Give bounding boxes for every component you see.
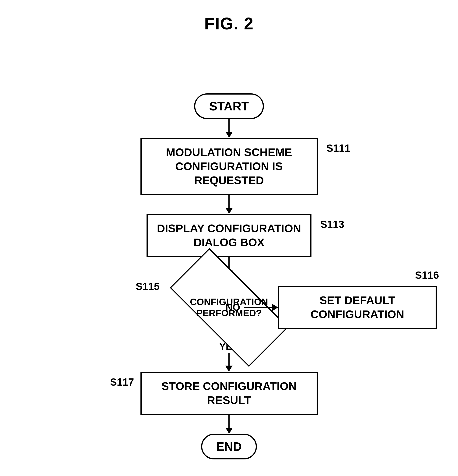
end-capsule: END (201, 434, 257, 459)
branch-section: S115 CONFIGURATION PERFORMED? NO (42, 276, 416, 459)
flowchart: START MODULATION SCHEME CONFIGURATION IS… (0, 94, 458, 459)
branch-center: S115 CONFIGURATION PERFORMED? NO (141, 276, 318, 459)
step-s113-label: S113 (320, 219, 344, 230)
h-arrow-no (244, 304, 278, 311)
step-s117-box: STORE CONFIGURATION RESULT (141, 372, 318, 415)
step-s113-box: DISPLAY CONFIGURATION DIALOG BOX (147, 214, 312, 257)
step-s111-label: S111 (326, 142, 350, 154)
arrow-5 (225, 415, 233, 434)
step-s111-row: MODULATION SCHEME CONFIGURATION IS REQUE… (141, 138, 318, 195)
arrow-2 (225, 195, 233, 214)
arrow-1 (225, 119, 233, 138)
start-capsule: START (194, 94, 264, 119)
no-label: NO (226, 302, 240, 313)
arrow-4 (225, 353, 233, 372)
step-s117-row: S117 STORE CONFIGURATION RESULT (141, 372, 318, 415)
step-s117-label: S117 (110, 376, 134, 388)
step-s115-label: S115 (136, 280, 160, 292)
step-s116-box: SET DEFAULT CONFIGURATION (278, 286, 437, 329)
step-s111-box: MODULATION SCHEME CONFIGURATION IS REQUE… (141, 138, 318, 195)
step-s113-row: DISPLAY CONFIGURATION DIALOG BOX S113 (147, 214, 312, 257)
page-title: FIG. 2 (0, 0, 458, 33)
step-s116-label: S116 (415, 269, 439, 281)
